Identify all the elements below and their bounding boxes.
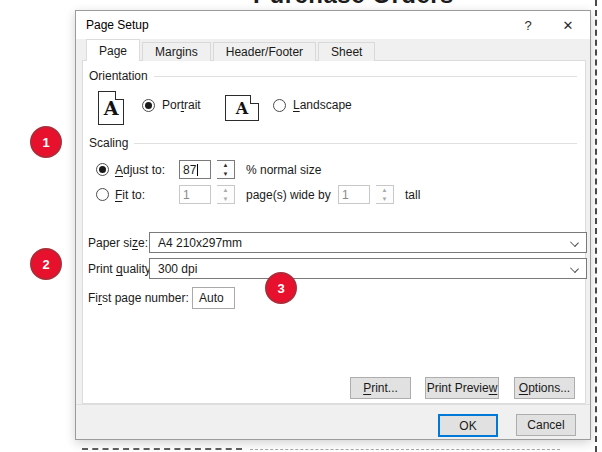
close-icon[interactable]: ✕ [548,11,588,39]
landscape-fold-corner [250,95,259,104]
fit-suffix-label: tall [405,188,420,202]
cancel-button[interactable]: Cancel [516,414,576,436]
fit-middle-label: page(s) wide by [246,188,332,202]
landscape-label: Landscape [293,98,352,112]
scaling-section-header: Scaling [89,136,577,150]
print-quality-select[interactable]: 300 dpi [149,258,587,279]
text-caret [197,164,198,176]
help-icon[interactable]: ? [508,11,548,39]
orientation-section-label: Orientation [89,69,148,83]
portrait-radio-group[interactable]: Portrait [142,98,201,112]
tab-page-content: Orientation A Portrait A Landscape Scali… [82,60,586,404]
chevron-down-icon [570,264,579,273]
spinner-up-icon: ▲ [217,186,234,195]
landscape-radio[interactable] [273,99,286,112]
portrait-fold-corner [115,91,124,100]
scaling-section-label: Scaling [89,136,128,150]
fit-to-row: Fit to: 1 ▲▼ page(s) wide by 1 ▲▼ tall [96,185,420,204]
landscape-radio-group[interactable]: Landscape [273,98,352,112]
print-preview-button[interactable]: Print Preview [425,377,499,399]
footer-separator [76,404,590,405]
adjust-to-row: Adjust to: 87 ▲▼ % normal size [96,160,321,179]
spinner-down-icon: ▼ [217,170,234,179]
first-page-number-input[interactable]: Auto [192,287,235,309]
spinner-up-icon: ▲ [217,161,234,170]
fit-tall-input[interactable]: 1 [338,185,370,204]
background-clipped-heading: Purchase Orders [253,0,463,8]
adjust-to-label: Adjust to: [115,163,173,177]
scaling-divider [134,143,577,144]
spinner-up-icon: ▲ [376,186,393,195]
fit-to-label: Fit to: [115,188,173,202]
print-button[interactable]: Print... [350,377,411,399]
spinner-down-icon: ▼ [217,195,234,204]
fit-wide-input[interactable]: 1 [179,185,211,204]
tab-header-footer[interactable]: Header/Footer [213,42,316,61]
paper-size-label: Paper size: [88,236,148,250]
adjust-suffix-label: % normal size [246,163,321,177]
landscape-page-icon: A [225,95,259,121]
tab-strip: Page Margins Header/Footer Sheet [86,39,377,61]
background-heading-text: Purchase Orders [253,0,463,8]
tab-page[interactable]: Page [86,39,140,61]
fit-wide-spinner[interactable]: ▲▼ [217,185,235,204]
dialog-title: Page Setup [76,18,508,32]
options-button[interactable]: Options... [514,377,575,399]
fit-to-radio[interactable] [96,188,109,201]
background-dashed-border-right [595,0,597,452]
orientation-section-header: Orientation [89,69,577,83]
annotation-balloon-1: 1 [30,126,62,158]
chevron-down-icon [570,238,579,247]
dialog-titlebar: Page Setup ? ✕ [76,11,590,39]
ok-button[interactable]: OK [438,414,498,437]
tab-margins[interactable]: Margins [142,42,211,61]
paper-size-select[interactable]: A4 210x297mm [149,232,587,253]
annotation-balloon-2: 2 [30,248,62,280]
portrait-page-icon: A [98,91,124,125]
print-quality-label: Print quality: [88,262,154,276]
adjust-to-radio[interactable] [96,163,109,176]
tab-sheet[interactable]: Sheet [318,42,375,61]
orientation-divider [154,76,577,77]
background-dashed-border-bottom-light [250,449,560,450]
portrait-label: Portrait [162,98,201,112]
adjust-percent-input[interactable]: 87 [179,160,211,179]
first-page-number-label: First page number: [88,291,189,305]
fit-tall-spinner[interactable]: ▲▼ [376,185,394,204]
annotation-balloon-3: 3 [265,272,297,304]
background-dashed-border-bottom [82,448,242,450]
spinner-down-icon: ▼ [376,195,393,204]
portrait-radio[interactable] [142,99,155,112]
adjust-percent-spinner[interactable]: ▲▼ [217,160,235,179]
page-setup-dialog: Page Setup ? ✕ Page Margins Header/Foote… [75,10,591,440]
